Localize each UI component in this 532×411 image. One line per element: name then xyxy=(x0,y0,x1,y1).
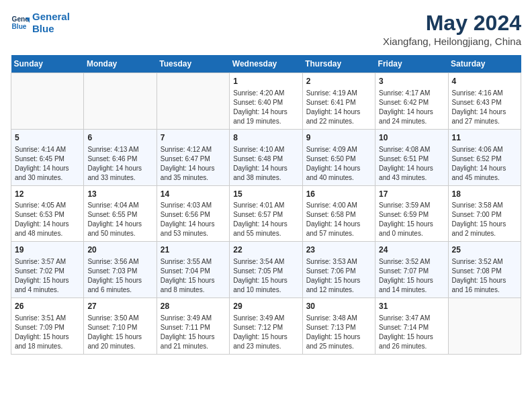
day-number: 25 xyxy=(452,244,517,256)
day-info: Sunrise: 3:49 AM Sunset: 7:11 PM Dayligh… xyxy=(161,314,226,351)
day-cell: 27Sunrise: 3:50 AM Sunset: 7:10 PM Dayli… xyxy=(84,298,157,355)
day-cell: 11Sunrise: 4:06 AM Sunset: 6:52 PM Dayli… xyxy=(448,129,521,185)
day-number: 18 xyxy=(452,189,517,200)
day-info: Sunrise: 4:03 AM Sunset: 6:56 PM Dayligh… xyxy=(161,201,226,238)
logo-icon: General Blue xyxy=(11,13,30,32)
day-info: Sunrise: 4:10 AM Sunset: 6:48 PM Dayligh… xyxy=(233,145,298,183)
day-info: Sunrise: 3:48 AM Sunset: 7:13 PM Dayligh… xyxy=(306,314,371,351)
day-cell: 26Sunrise: 3:51 AM Sunset: 7:09 PM Dayli… xyxy=(11,298,84,355)
week-row-1: 1Sunrise: 4:20 AM Sunset: 6:40 PM Daylig… xyxy=(11,73,521,130)
day-info: Sunrise: 4:05 AM Sunset: 6:53 PM Dayligh… xyxy=(15,201,80,238)
col-header-tuesday: Tuesday xyxy=(157,55,229,73)
day-info: Sunrise: 3:55 AM Sunset: 7:04 PM Dayligh… xyxy=(161,257,226,295)
day-info: Sunrise: 3:49 AM Sunset: 7:12 PM Dayligh… xyxy=(233,314,298,351)
day-number: 16 xyxy=(306,189,371,200)
day-cell: 12Sunrise: 4:05 AM Sunset: 6:53 PM Dayli… xyxy=(11,185,84,242)
col-header-thursday: Thursday xyxy=(302,55,375,73)
day-info: Sunrise: 3:52 AM Sunset: 7:08 PM Dayligh… xyxy=(452,257,517,295)
day-info: Sunrise: 3:58 AM Sunset: 7:00 PM Dayligh… xyxy=(452,201,517,238)
day-cell: 28Sunrise: 3:49 AM Sunset: 7:11 PM Dayli… xyxy=(157,298,229,355)
day-cell: 29Sunrise: 3:49 AM Sunset: 7:12 PM Dayli… xyxy=(230,298,302,355)
day-info: Sunrise: 4:01 AM Sunset: 6:57 PM Dayligh… xyxy=(233,201,298,238)
day-info: Sunrise: 4:09 AM Sunset: 6:50 PM Dayligh… xyxy=(306,145,371,183)
col-header-monday: Monday xyxy=(84,55,157,73)
day-info: Sunrise: 3:57 AM Sunset: 7:02 PM Dayligh… xyxy=(15,257,80,295)
day-info: Sunrise: 4:20 AM Sunset: 6:40 PM Dayligh… xyxy=(233,89,298,126)
day-cell: 2Sunrise: 4:19 AM Sunset: 6:41 PM Daylig… xyxy=(302,73,375,130)
day-info: Sunrise: 3:52 AM Sunset: 7:07 PM Dayligh… xyxy=(379,257,444,295)
day-info: Sunrise: 4:17 AM Sunset: 6:42 PM Dayligh… xyxy=(379,89,444,126)
day-cell: 25Sunrise: 3:52 AM Sunset: 7:08 PM Dayli… xyxy=(448,242,521,298)
day-number: 29 xyxy=(233,301,298,312)
day-cell xyxy=(448,298,521,355)
day-number: 23 xyxy=(306,244,371,256)
day-info: Sunrise: 3:47 AM Sunset: 7:14 PM Dayligh… xyxy=(379,314,444,351)
day-info: Sunrise: 4:14 AM Sunset: 6:45 PM Dayligh… xyxy=(15,145,80,183)
day-number: 24 xyxy=(379,244,444,256)
day-cell: 21Sunrise: 3:55 AM Sunset: 7:04 PM Dayli… xyxy=(157,242,229,298)
day-number: 21 xyxy=(161,244,226,256)
col-header-friday: Friday xyxy=(375,55,448,73)
logo: General Blue General Blue xyxy=(11,11,70,35)
day-info: Sunrise: 4:06 AM Sunset: 6:52 PM Dayligh… xyxy=(452,145,517,183)
col-header-sunday: Sunday xyxy=(11,55,84,73)
day-info: Sunrise: 3:50 AM Sunset: 7:10 PM Dayligh… xyxy=(87,314,152,351)
day-info: Sunrise: 4:04 AM Sunset: 6:55 PM Dayligh… xyxy=(87,201,152,238)
day-number: 5 xyxy=(15,132,80,144)
day-number: 6 xyxy=(87,132,152,144)
day-number: 26 xyxy=(15,301,80,312)
day-cell: 15Sunrise: 4:01 AM Sunset: 6:57 PM Dayli… xyxy=(230,185,302,242)
day-info: Sunrise: 4:16 AM Sunset: 6:43 PM Dayligh… xyxy=(452,89,517,126)
day-info: Sunrise: 3:53 AM Sunset: 7:06 PM Dayligh… xyxy=(306,257,371,295)
day-number: 9 xyxy=(306,132,371,144)
week-row-4: 19Sunrise: 3:57 AM Sunset: 7:02 PM Dayli… xyxy=(11,242,521,298)
week-row-5: 26Sunrise: 3:51 AM Sunset: 7:09 PM Dayli… xyxy=(11,298,521,355)
logo-text: General Blue xyxy=(32,11,70,35)
day-number: 17 xyxy=(379,189,444,200)
day-number: 3 xyxy=(379,76,444,87)
day-info: Sunrise: 4:12 AM Sunset: 6:47 PM Dayligh… xyxy=(161,145,226,183)
col-header-wednesday: Wednesday xyxy=(230,55,302,73)
day-info: Sunrise: 4:00 AM Sunset: 6:58 PM Dayligh… xyxy=(306,201,371,238)
week-row-3: 12Sunrise: 4:05 AM Sunset: 6:53 PM Dayli… xyxy=(11,185,521,242)
day-cell: 23Sunrise: 3:53 AM Sunset: 7:06 PM Dayli… xyxy=(302,242,375,298)
day-info: Sunrise: 4:19 AM Sunset: 6:41 PM Dayligh… xyxy=(306,89,371,126)
day-number: 8 xyxy=(233,132,298,144)
day-number: 13 xyxy=(87,189,152,200)
day-number: 22 xyxy=(233,244,298,256)
day-cell: 20Sunrise: 3:56 AM Sunset: 7:03 PM Dayli… xyxy=(84,242,157,298)
day-cell: 13Sunrise: 4:04 AM Sunset: 6:55 PM Dayli… xyxy=(84,185,157,242)
day-number: 31 xyxy=(379,301,444,312)
day-cell: 8Sunrise: 4:10 AM Sunset: 6:48 PM Daylig… xyxy=(230,129,302,185)
day-number: 27 xyxy=(87,301,152,312)
day-cell: 4Sunrise: 4:16 AM Sunset: 6:43 PM Daylig… xyxy=(448,73,521,130)
day-cell: 24Sunrise: 3:52 AM Sunset: 7:07 PM Dayli… xyxy=(375,242,448,298)
main-title: May 2024 xyxy=(383,11,521,36)
title-area: May 2024 Xiangfang, Heilongjiang, China xyxy=(383,11,521,47)
day-cell: 22Sunrise: 3:54 AM Sunset: 7:05 PM Dayli… xyxy=(230,242,302,298)
header: General Blue General Blue May 2024 Xiang… xyxy=(11,11,521,47)
svg-text:Blue: Blue xyxy=(12,23,27,30)
day-cell: 3Sunrise: 4:17 AM Sunset: 6:42 PM Daylig… xyxy=(375,73,448,130)
header-row: SundayMondayTuesdayWednesdayThursdayFrid… xyxy=(11,55,521,73)
day-cell: 31Sunrise: 3:47 AM Sunset: 7:14 PM Dayli… xyxy=(375,298,448,355)
day-number: 30 xyxy=(306,301,371,312)
day-number: 28 xyxy=(161,301,226,312)
calendar-table: SundayMondayTuesdayWednesdayThursdayFrid… xyxy=(11,55,521,355)
day-info: Sunrise: 4:13 AM Sunset: 6:46 PM Dayligh… xyxy=(87,145,152,183)
day-cell xyxy=(11,73,84,130)
day-number: 7 xyxy=(161,132,226,144)
day-info: Sunrise: 4:08 AM Sunset: 6:51 PM Dayligh… xyxy=(379,145,444,183)
day-number: 2 xyxy=(306,76,371,87)
day-cell: 9Sunrise: 4:09 AM Sunset: 6:50 PM Daylig… xyxy=(302,129,375,185)
day-cell xyxy=(157,73,229,130)
day-info: Sunrise: 3:54 AM Sunset: 7:05 PM Dayligh… xyxy=(233,257,298,295)
week-row-2: 5Sunrise: 4:14 AM Sunset: 6:45 PM Daylig… xyxy=(11,129,521,185)
day-cell: 18Sunrise: 3:58 AM Sunset: 7:00 PM Dayli… xyxy=(448,185,521,242)
col-header-saturday: Saturday xyxy=(448,55,521,73)
day-number: 15 xyxy=(233,189,298,200)
day-number: 1 xyxy=(233,76,298,87)
day-cell: 5Sunrise: 4:14 AM Sunset: 6:45 PM Daylig… xyxy=(11,129,84,185)
day-number: 4 xyxy=(452,76,517,87)
day-cell: 17Sunrise: 3:59 AM Sunset: 6:59 PM Dayli… xyxy=(375,185,448,242)
